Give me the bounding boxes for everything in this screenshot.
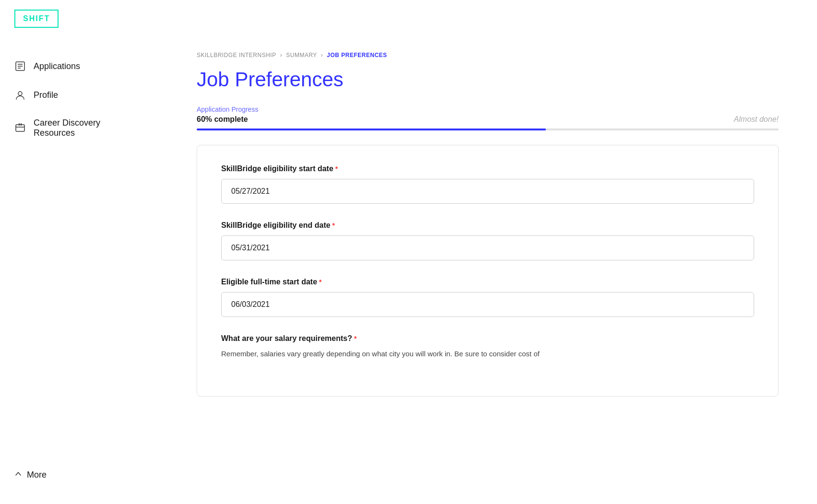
- required-star-1: *: [335, 165, 338, 173]
- main-layout: Applications Profile Career Discover: [0, 37, 817, 504]
- header: SHIFT: [0, 0, 817, 37]
- form-group-fulltime-date: Eligible full-time start date *: [221, 278, 754, 317]
- breadcrumb: SKILLBRIDGE INTERNSHIP › SUMMARY › JOB P…: [197, 52, 779, 59]
- end-date-label: SkillBridge eligibility end date *: [221, 221, 754, 230]
- breadcrumb-item-2: SUMMARY: [286, 52, 317, 59]
- career-icon: [14, 122, 26, 134]
- main-content: SKILLBRIDGE INTERNSHIP › SUMMARY › JOB P…: [158, 37, 817, 504]
- form-card: SkillBridge eligibility start date * Ski…: [197, 145, 779, 397]
- salary-label: What are your salary requirements? *: [221, 334, 754, 343]
- profile-icon: [14, 89, 26, 101]
- fulltime-date-input[interactable]: [221, 292, 754, 317]
- chevron-up-icon: [14, 470, 22, 480]
- sidebar-item-applications-label: Applications: [34, 61, 80, 71]
- applications-icon: [14, 60, 26, 72]
- progress-label: Application Progress: [197, 105, 779, 113]
- sidebar-more-label: More: [27, 470, 47, 480]
- breadcrumb-sep-2: ›: [321, 52, 323, 59]
- progress-complete-text: 60% complete: [197, 115, 248, 124]
- required-star-2: *: [332, 222, 335, 229]
- start-date-label: SkillBridge eligibility start date *: [221, 164, 754, 173]
- sidebar-item-profile-label: Profile: [34, 90, 58, 100]
- sidebar-item-applications[interactable]: Applications: [0, 52, 158, 81]
- form-group-end-date: SkillBridge eligibility end date *: [221, 221, 754, 260]
- logo-text: SHIFT: [23, 14, 50, 23]
- breadcrumb-item-3: JOB PREFERENCES: [327, 52, 387, 59]
- svg-rect-7: [19, 123, 20, 126]
- sidebar-footer-more[interactable]: More: [0, 460, 158, 490]
- logo[interactable]: SHIFT: [14, 10, 59, 28]
- sidebar-item-career-discovery[interactable]: Career Discovery Resources: [0, 109, 158, 147]
- sidebar-item-profile[interactable]: Profile: [0, 81, 158, 109]
- required-star-4: *: [354, 335, 356, 342]
- required-star-3: *: [319, 278, 321, 286]
- svg-point-4: [18, 92, 22, 95]
- progress-bar-fill: [197, 129, 546, 130]
- sidebar: Applications Profile Career Discover: [0, 37, 158, 504]
- sidebar-item-career-label: Career Discovery Resources: [34, 118, 144, 138]
- form-group-salary: What are your salary requirements? * Rem…: [221, 334, 754, 360]
- svg-rect-8: [21, 123, 22, 126]
- progress-bar-container: [197, 129, 779, 130]
- breadcrumb-sep-1: ›: [280, 52, 283, 59]
- fulltime-date-label: Eligible full-time start date *: [221, 278, 754, 286]
- svg-rect-5: [16, 125, 24, 131]
- progress-section: Application Progress 60% complete Almost…: [197, 105, 779, 130]
- progress-row: 60% complete Almost done!: [197, 115, 779, 124]
- page-title: Job Preferences: [197, 68, 779, 91]
- breadcrumb-item-1: SKILLBRIDGE INTERNSHIP: [197, 52, 276, 59]
- form-group-start-date: SkillBridge eligibility start date *: [221, 164, 754, 204]
- salary-description: Remember, salaries vary greatly dependin…: [221, 349, 754, 360]
- progress-hint-text: Almost done!: [734, 115, 779, 124]
- start-date-input[interactable]: [221, 179, 754, 204]
- end-date-input[interactable]: [221, 235, 754, 260]
